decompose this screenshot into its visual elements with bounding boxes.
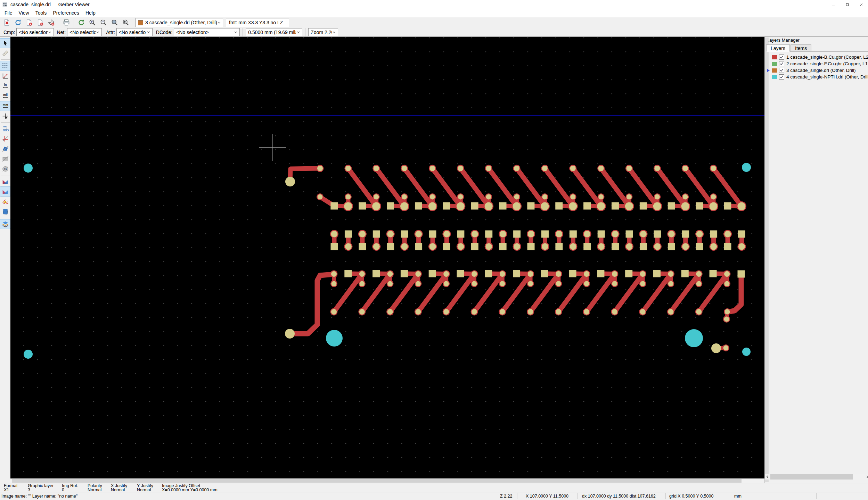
scroll-left-arrow[interactable] [765, 474, 770, 480]
toolbar-separator [305, 28, 305, 36]
gerber-canvas[interactable] [10, 37, 764, 478]
layer-color-swatch [772, 55, 777, 59]
units-mm-icon: mm [2, 102, 9, 110]
format-info-box[interactable]: fmt: mm X3.3 Y3.3 no LZ [226, 18, 289, 27]
polygons-mode[interactable] [0, 144, 10, 153]
zoom-fit-button[interactable] [109, 18, 120, 27]
open-gerber-file-button[interactable] [24, 18, 35, 27]
layer-visibility-checkbox[interactable] [779, 68, 784, 73]
pcb-drawing [10, 37, 764, 478]
open-drill-file-button[interactable] [35, 18, 46, 27]
zoom-select[interactable]: Zoom 2.20 [308, 28, 338, 36]
panel-horizontal-scrollbar[interactable] [765, 474, 868, 480]
toolbar-separator [1, 218, 10, 218]
polar-coords-toggle[interactable] [0, 71, 10, 81]
window-title: cascade_single.drl — Gerber Viewer [10, 2, 90, 7]
toolbar-separator [1, 122, 10, 123]
coordinates-status-bar: Image name: "" Layer name: "no name" Z 2… [0, 492, 868, 500]
diff-mode-icon [2, 178, 9, 185]
chevron-down-icon [296, 30, 301, 34]
active-layer-value: 3 cascade_single.drl (Other, Drill) [145, 20, 217, 25]
scrollbar-track[interactable] [770, 474, 865, 480]
layer-row[interactable]: 4 cascade_single-NPTH.drl (Other, Drill) [765, 74, 868, 80]
layer-row[interactable]: 1 cascade_single-B.Cu.gbr (Copper, L2) [765, 54, 868, 60]
negative-objects-mode[interactable] [0, 154, 10, 164]
layer-name: 1 cascade_single-B.Cu.gbr (Copper, L2) [786, 55, 868, 60]
scrollbar-thumb[interactable] [765, 38, 769, 482]
units-mils[interactable]: mil [0, 91, 10, 101]
close-button[interactable] [854, 0, 868, 9]
canvas-horizontal-scrollbar[interactable] [10, 478, 764, 483]
menu-tools[interactable]: Tools [32, 9, 50, 17]
polygons-mode-icon [2, 145, 9, 152]
toolbar-separator [59, 18, 59, 27]
status-cell: Z 2.22 [500, 494, 512, 499]
scrollbar-thumb[interactable] [770, 474, 853, 480]
cmp-value: <No selection> [19, 30, 48, 35]
toolbar-separator [243, 28, 243, 36]
tab-items[interactable]: Items [791, 44, 811, 52]
layer-visibility-checkbox[interactable] [779, 74, 784, 80]
lines-mode[interactable] [0, 134, 10, 143]
layer-visibility-checkbox[interactable] [779, 55, 784, 60]
units-inches[interactable]: in [0, 81, 10, 91]
status-field-polarity: PolarityNormal [88, 484, 102, 492]
status-field-value: Normal [111, 488, 127, 492]
menu-file[interactable]: File [1, 9, 16, 17]
measure-tool[interactable] [0, 49, 10, 58]
xor-mode[interactable] [0, 187, 10, 196]
title-bar: cascade_single.drl — Gerber Viewer [0, 0, 868, 9]
layers-manager-toggle[interactable] [0, 219, 10, 229]
layers-manager-title: Layers Manager [765, 37, 868, 43]
reload-all-layers-button[interactable] [13, 18, 24, 27]
highlight-net-tool[interactable] [0, 197, 10, 206]
pads-mode-icon [2, 125, 9, 132]
grid-size-value: 0.5000 mm (19.69 mils) [248, 30, 296, 35]
open-job-file-button[interactable] [46, 18, 57, 27]
dcodes-visibility[interactable]: 01 [0, 164, 10, 174]
attr-select[interactable]: <No selection> [116, 28, 153, 36]
layer-row[interactable]: 2 cascade_single-F.Cu.gbr (Copper, L1) [765, 60, 868, 67]
lines-mode-icon [2, 135, 9, 142]
minimize-button[interactable] [826, 0, 840, 9]
cmp-select[interactable]: <No selection> [16, 28, 54, 36]
scroll-right-arrow[interactable] [865, 474, 868, 480]
zoom-select-button[interactable] [120, 18, 131, 27]
status-cell: grid X 0.5000 Y 0.5000 [669, 494, 713, 499]
reload-icon [14, 19, 22, 26]
maximize-button[interactable] [840, 0, 854, 9]
redraw-view-button[interactable] [76, 18, 87, 27]
chevron-down-icon [96, 30, 100, 34]
layers-manager-panel: Layers Manager LayersItems 1 cascade_sin… [764, 37, 868, 483]
page-limits-toggle[interactable] [0, 207, 10, 216]
flashed-items-mode[interactable] [0, 124, 10, 133]
net-select[interactable]: <No selection> [67, 28, 102, 36]
layer-visibility-checkbox[interactable] [779, 61, 784, 66]
menu-view[interactable]: View [16, 9, 32, 17]
cursor-shape-toggle[interactable] [0, 111, 10, 121]
active-layer-select[interactable]: 3 cascade_single.drl (Other, Drill) [136, 18, 223, 27]
menu-help[interactable]: Help [82, 9, 99, 17]
status-field-format: FormatX1 [4, 484, 18, 492]
clear-all-layers-button[interactable] [1, 18, 13, 27]
print-button[interactable] [61, 18, 72, 27]
tab-layers[interactable]: Layers [766, 44, 790, 52]
zoom-in-button[interactable] [87, 18, 98, 27]
chevron-down-icon [332, 30, 336, 34]
grid-size-select[interactable]: 0.5000 mm (19.69 mils) [246, 28, 302, 36]
units-mm[interactable]: mm [0, 101, 10, 111]
scrollbar-thumb[interactable] [12, 479, 742, 483]
grid-toggle[interactable] [0, 61, 10, 70]
zoom-out-button[interactable] [98, 18, 109, 27]
highlight-net-icon [2, 198, 9, 205]
layer-list: 1 cascade_single-B.Cu.gbr (Copper, L2)2 … [765, 52, 868, 80]
svg-text:mil: mil [3, 93, 8, 97]
zoom-out-icon [100, 19, 107, 26]
layer-name: 3 cascade_single.drl (Other, Drill) [786, 68, 856, 73]
cursor-shape-icon [2, 112, 9, 120]
select-tool[interactable] [0, 39, 10, 48]
menu-preferences[interactable]: Preferences [50, 9, 82, 17]
layer-row[interactable]: 3 cascade_single.drl (Other, Drill) [765, 67, 868, 74]
dcode-select[interactable]: <No selection> [174, 28, 240, 36]
diff-mode[interactable] [0, 177, 10, 186]
